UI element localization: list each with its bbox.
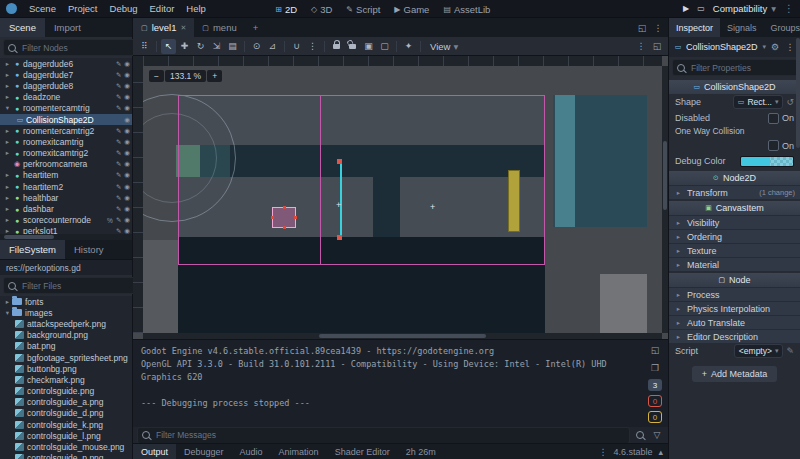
play-button[interactable]: ▶ [683,4,689,13]
chevron-right-icon[interactable]: ▸ [3,93,12,101]
tree-row[interactable]: ▸●healthbar✎◉ [0,192,132,203]
tree-row[interactable]: ▸●perkslot1✎◉ [0,226,132,234]
eye-icon[interactable]: ◉ [124,93,130,101]
tree-row-selected[interactable]: ▭CollisionShape2D◉ [0,114,132,125]
debug-color-swatch[interactable] [740,156,794,167]
script-icon[interactable]: ✎ [116,160,121,168]
tree-row[interactable]: ▸●roomexitcamtrig2✎◉ [0,148,132,159]
eye-icon[interactable]: ◉ [124,71,130,79]
tree-row[interactable]: ▸●heartitem2✎◉ [0,181,132,192]
selected-collision-shape[interactable] [272,207,296,228]
search-messages-icon[interactable] [633,428,647,442]
script-icon[interactable]: ✎ [116,127,121,135]
tree-row[interactable]: ▸●daggerdude8✎◉ [0,80,132,91]
script-icon[interactable]: ✎ [116,149,121,157]
tree-row[interactable]: ◉perkroomcamera✎◉ [0,159,132,170]
shape-handle-top[interactable] [283,206,286,209]
shape-handle-right[interactable] [294,216,297,219]
revert-icon[interactable]: ↺ [786,97,794,107]
rotate-tool-icon[interactable]: ↻ [193,39,208,54]
menu-help[interactable]: Help [186,3,206,14]
view-menu-button[interactable]: View▾ [425,41,463,52]
select-tool-icon[interactable]: ↖ [161,39,176,54]
shape-handle-bottom[interactable] [283,226,286,229]
script-icon[interactable]: ✎ [116,104,121,112]
tree-row[interactable]: ▸●roomexitcamtrig✎◉ [0,136,132,147]
bottom-tab-shader-editor[interactable]: Shader Editor [327,444,398,459]
file-row[interactable]: checkmark.png [0,374,132,385]
filter-nodes-input[interactable] [3,39,140,56]
chevron-down-icon[interactable]: ▾ [3,104,12,112]
section-visibility[interactable]: ▸Visibility [669,216,800,229]
script-icon[interactable]: ✎ [116,60,121,68]
file-row[interactable]: bat.png [0,341,132,352]
workspace-2d[interactable]: ⊞2D [275,4,297,15]
filter-files-input[interactable] [3,277,140,294]
tab-import[interactable]: Import [45,18,90,37]
copy-icon[interactable]: ❐ [648,361,662,375]
move-tool-icon[interactable]: ✚ [177,39,192,54]
chevron-right-icon[interactable]: ▸ [3,60,12,68]
expand-bottom-panel-icon[interactable]: ▴ [658,447,663,457]
tree-row[interactable]: ▸●daggerdude7✎◉ [0,69,132,80]
tab-signals[interactable]: Signals [720,18,764,37]
section-ordering[interactable]: ▸Ordering [669,230,800,243]
new-scene-tab-button[interactable]: + [245,18,267,37]
file-row[interactable]: controlsguide_a.png [0,397,132,408]
menu-scene[interactable]: Scene [29,3,56,14]
zoom-in-button[interactable]: + [207,70,222,82]
eye-icon[interactable]: ◉ [124,194,130,202]
section-auto-translate[interactable]: ▸Auto Translate [669,316,800,329]
script-icon[interactable]: ✎ [116,71,121,79]
script-icon[interactable]: ✎ [116,138,121,146]
scene-tree-hscrollbar[interactable] [0,234,132,240]
bottom-tab-animation[interactable]: Animation [271,444,327,459]
tab-scene[interactable]: Scene [0,18,45,37]
chevron-right-icon[interactable]: ▸ [3,205,12,213]
bottom-tab-debugger[interactable]: Debugger [176,444,232,459]
filter-properties-input[interactable] [672,59,800,76]
file-row[interactable]: bgfootage_spritesheet.png [0,352,132,363]
eye-icon[interactable]: ◉ [124,82,130,90]
messages-count-badge[interactable]: 3 [648,379,662,391]
chevron-right-icon[interactable]: ▸ [3,298,12,306]
shape-handle-left[interactable] [271,216,274,219]
menu-debug[interactable]: Debug [110,3,138,14]
chevron-right-icon[interactable]: ▸ [3,82,12,90]
eye-icon[interactable]: ◉ [124,60,130,68]
script-icon[interactable]: ✎ [116,194,121,202]
add-metadata-button[interactable]: +Add Metadata [692,366,777,382]
inspected-node-selector[interactable]: ▭ CollisionShape2D ▾ ⚙ ⋮ [669,37,800,57]
tab-inspector[interactable]: Inspector [669,18,720,37]
section-editor-description[interactable]: ▸Editor Description [669,330,800,343]
section-physics-interpolation[interactable]: ▸Physics Interpolation [669,302,800,315]
unlock-icon[interactable] [345,39,360,54]
chevron-right-icon[interactable]: ▸ [3,227,12,234]
chevron-right-icon[interactable]: ▸ [3,149,12,157]
skeleton-options-icon[interactable]: ✦ [401,39,416,54]
file-row[interactable]: controlsguide.png [0,386,132,397]
script-icon[interactable]: ✎ [116,227,121,234]
attach-script-icon[interactable]: ✎ [786,346,794,356]
tree-row[interactable]: ▸●dashbar✎◉ [0,203,132,214]
chevron-right-icon[interactable]: ▸ [3,194,12,202]
eye-icon[interactable]: ◉ [124,149,130,157]
chevron-right-icon[interactable]: ▸ [3,71,12,79]
zoom-level[interactable]: 133.1 % [165,70,206,82]
bottom-dots-icon[interactable]: ⋮ [598,447,607,457]
tree-row[interactable]: ▾●roomentercamtrig✎◉ [0,103,132,114]
script-dropdown[interactable]: <empty>▾ [734,344,784,358]
file-row[interactable]: attackspeedperk.png [0,318,132,329]
snap-magnet-icon[interactable]: ∪ [289,39,304,54]
lock-icon[interactable] [329,39,344,54]
eye-icon[interactable]: ◉ [124,138,130,146]
filter-funnel-icon[interactable]: ▽ [650,428,664,442]
segment-handle[interactable] [337,235,342,240]
chevron-right-icon[interactable]: ▸ [3,216,12,224]
canvas-viewport[interactable]: + + − 133.1 % + [143,66,662,333]
script-icon[interactable]: ✎ [116,171,121,179]
chevron-right-icon[interactable]: ▸ [3,138,12,146]
bottom-tab-output[interactable]: Output [133,444,176,459]
snap-options-icon[interactable]: ⋮ [305,39,320,54]
tree-row[interactable]: ▸●heartitem✎◉ [0,170,132,181]
